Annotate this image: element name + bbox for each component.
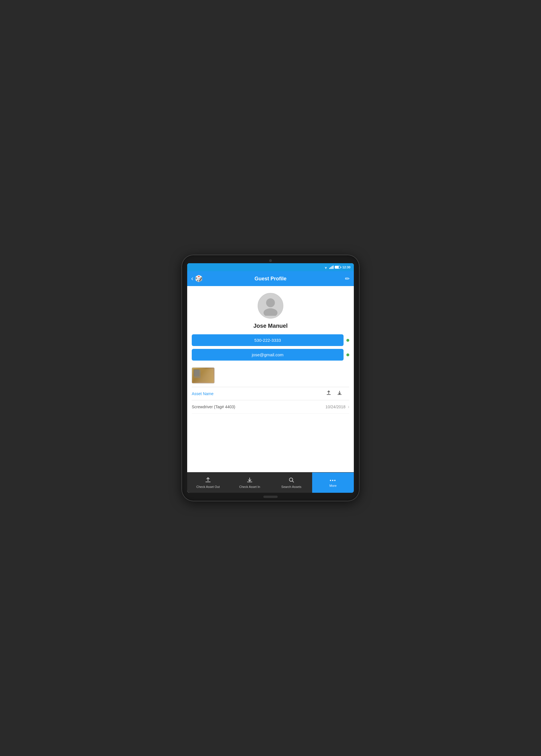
svg-point-4 [264,308,277,316]
avatar-silhouette-icon [261,296,280,316]
email-status-dot [346,353,349,356]
page-title: Guest Profile [255,276,286,282]
id-card-container [192,367,349,383]
more-label: More [329,484,336,487]
column-asset-name: Asset Name [192,391,326,396]
bottom-nav: Check Asset Out Check Asset In [187,472,354,493]
svg-rect-8 [247,482,252,482]
status-icons: 12:30 [323,266,350,269]
back-arrow-icon: ‹ [191,276,193,282]
svg-line-10 [292,481,294,482]
phone-status-dot [346,339,349,342]
chevron-right-icon: › [348,404,349,409]
more-icon: ••• [330,478,336,483]
screen: 12:30 ‹ 🎲 Guest Profile ✏ Jose Manuel [187,263,354,493]
email-row: jose@gmail.com [192,349,349,361]
back-button[interactable]: ‹ 🎲 [191,275,203,282]
app-logo-icon: 🎲 [195,275,203,282]
main-content: Jose Manuel 530-222-3333 jose@gmail.com [187,286,354,472]
signal-bars-icon [329,266,333,269]
top-nav: ‹ 🎲 Guest Profile ✏ [187,271,354,286]
svg-point-2 [325,268,326,269]
svg-rect-7 [206,482,211,482]
status-bar: 12:30 [187,263,354,271]
check-out-icon [205,477,211,484]
nav-item-check-in[interactable]: Check Asset In [229,473,270,493]
battery-icon [335,266,341,269]
email-button[interactable]: jose@gmail.com [192,349,343,361]
asset-date: 10/24/2018 [325,405,345,409]
tablet-frame: 12:30 ‹ 🎲 Guest Profile ✏ Jose Manuel [182,255,359,501]
phone-button[interactable]: 530-222-3333 [192,334,343,346]
profile-name: Jose Manuel [254,323,287,329]
download-icon[interactable] [337,390,342,397]
nav-item-search[interactable]: Search Assets [270,473,312,493]
avatar [258,293,283,319]
svg-rect-5 [327,394,331,395]
search-label: Search Assets [281,485,301,488]
table-row[interactable]: Screwdriver (Tag# 4403) 10/24/2018 › [192,400,349,414]
phone-row: 530-222-3333 [192,334,349,346]
asset-table-header: Asset Name [192,387,349,400]
column-actions [326,390,349,397]
upload-icon[interactable] [326,390,331,397]
nav-item-check-out[interactable]: Check Asset Out [187,473,229,493]
edit-button[interactable]: ✏ [345,275,350,282]
status-time: 12:30 [342,266,350,269]
nav-item-more[interactable]: ••• More [312,473,354,493]
wifi-icon [323,266,328,269]
check-in-icon [247,477,253,484]
asset-name: Screwdriver (Tag# 4403) [192,405,325,409]
id-card-image[interactable] [192,367,215,383]
check-out-label: Check Asset Out [196,485,220,488]
search-icon [288,477,294,484]
tablet-home-button[interactable] [264,496,277,498]
tablet-camera [269,259,272,262]
svg-point-3 [266,298,275,307]
check-in-label: Check Asset In [239,485,260,488]
asset-table: Asset Name [192,387,349,414]
